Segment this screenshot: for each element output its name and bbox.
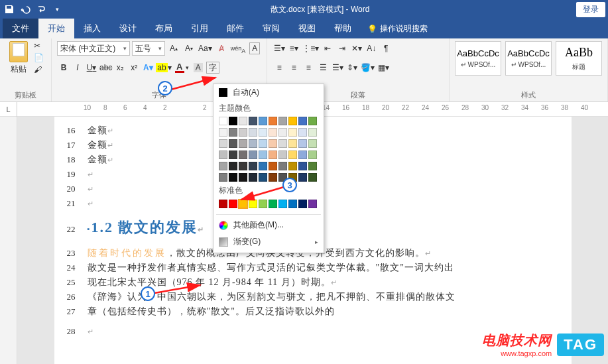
color-swatch[interactable] <box>219 117 227 125</box>
increase-indent-button[interactable]: ⇥ <box>335 41 349 56</box>
style-2[interactable]: AaBbCcDc↵ WPSOf... <box>505 41 552 76</box>
color-swatch[interactable] <box>219 200 227 208</box>
repeat-icon[interactable] <box>34 3 48 16</box>
color-swatch[interactable] <box>269 162 277 170</box>
color-swatch[interactable] <box>278 139 287 148</box>
color-swatch[interactable] <box>269 151 277 159</box>
tab-layout[interactable]: 布局 <box>146 19 182 38</box>
enclose-char-button[interactable]: 字 <box>206 60 220 75</box>
color-swatch[interactable] <box>249 128 257 137</box>
tab-review[interactable]: 审阅 <box>253 19 289 38</box>
align-center-button[interactable]: ≡ <box>287 60 300 75</box>
color-swatch[interactable] <box>239 151 247 159</box>
color-swatch[interactable] <box>249 151 257 159</box>
color-swatch[interactable] <box>229 151 237 159</box>
color-swatch[interactable] <box>269 128 277 137</box>
text-effects-button[interactable]: A▾ <box>141 60 154 75</box>
strikethrough-button[interactable]: abc <box>99 60 113 75</box>
char-shading-button[interactable]: A <box>192 60 205 75</box>
color-swatch[interactable] <box>259 128 267 137</box>
line-spacing-button[interactable]: ⇕▾ <box>345 60 359 75</box>
style-3[interactable]: AaBb标题 <box>556 41 602 76</box>
color-swatch[interactable] <box>308 117 317 125</box>
color-swatch[interactable] <box>298 128 307 137</box>
sort-button[interactable]: A↓ <box>365 41 378 56</box>
color-swatch[interactable] <box>249 139 257 148</box>
color-swatch[interactable] <box>269 117 277 125</box>
color-swatch[interactable] <box>308 200 317 208</box>
color-swatch[interactable] <box>288 139 297 148</box>
vertical-ruler[interactable] <box>0 117 17 364</box>
color-swatch[interactable] <box>259 151 267 159</box>
tab-insert[interactable]: 插入 <box>74 19 110 38</box>
color-swatch[interactable] <box>278 151 287 159</box>
color-swatch[interactable] <box>298 151 307 159</box>
borders-button[interactable]: ▦▾ <box>377 60 390 75</box>
gradient-item[interactable]: 渐变(G) ▸ <box>213 233 324 250</box>
color-swatch[interactable] <box>249 162 257 170</box>
color-swatch[interactable] <box>269 200 277 208</box>
tab-file[interactable]: 文件 <box>3 19 38 38</box>
color-swatch[interactable] <box>249 173 257 182</box>
align-left-button[interactable]: ≡ <box>273 60 286 75</box>
color-swatch[interactable] <box>278 162 287 170</box>
font-name-combo[interactable]: 宋体 (中文正文)▾ <box>57 41 130 56</box>
color-swatch[interactable] <box>229 162 237 170</box>
justify-button[interactable]: ☰ <box>316 60 330 75</box>
color-swatch[interactable] <box>219 162 227 170</box>
qat-dropdown-icon[interactable]: ▾ <box>50 3 64 16</box>
font-size-combo[interactable]: 五号▾ <box>132 41 165 56</box>
color-swatch[interactable] <box>239 173 247 182</box>
color-swatch[interactable] <box>259 200 267 208</box>
clear-format-button[interactable]: A̷ <box>215 41 228 56</box>
color-swatch[interactable] <box>308 139 317 148</box>
color-swatch[interactable] <box>239 117 247 125</box>
color-swatch[interactable] <box>229 200 237 208</box>
login-button[interactable]: 登录 <box>576 2 605 17</box>
color-swatch[interactable] <box>288 117 297 125</box>
highlight-button[interactable]: ab▾ <box>155 60 172 75</box>
paste-button[interactable]: 粘贴 <box>5 41 31 75</box>
color-swatch[interactable] <box>249 117 257 125</box>
shrink-font-button[interactable]: A▾ <box>182 41 196 56</box>
style-1[interactable]: AaBbCcDc↵ WPSOf... <box>455 41 501 76</box>
tell-me-search[interactable]: 💡 操作说明搜索 <box>361 19 434 38</box>
undo-icon[interactable] <box>19 3 32 16</box>
color-swatch[interactable] <box>239 200 247 208</box>
save-icon[interactable] <box>3 3 16 16</box>
color-swatch[interactable] <box>288 200 297 208</box>
color-swatch[interactable] <box>259 173 267 182</box>
tab-help[interactable]: 帮助 <box>325 19 361 38</box>
distribute-button[interactable]: ☰▾ <box>331 60 344 75</box>
color-swatch[interactable] <box>229 139 237 148</box>
change-case-button[interactable]: Aa▾ <box>198 41 213 56</box>
shading-button[interactable]: 🪣▾ <box>360 60 375 75</box>
phonetic-guide-button[interactable]: wénA <box>230 41 247 56</box>
color-swatch[interactable] <box>288 151 297 159</box>
color-swatch[interactable] <box>219 128 227 137</box>
color-swatch[interactable] <box>298 200 307 208</box>
color-swatch[interactable] <box>239 139 247 148</box>
show-marks-button[interactable]: ¶ <box>379 41 393 56</box>
font-color-button[interactable]: A ▾ <box>173 60 191 75</box>
underline-button[interactable]: U▾ <box>85 60 98 75</box>
auto-color-item[interactable]: 自动(A) <box>213 84 324 101</box>
tab-mailings[interactable]: 邮件 <box>217 19 253 38</box>
color-swatch[interactable] <box>239 128 247 137</box>
color-swatch[interactable] <box>288 128 297 137</box>
color-swatch[interactable] <box>229 173 237 182</box>
color-swatch[interactable] <box>269 139 277 148</box>
tab-view[interactable]: 视图 <box>289 19 325 38</box>
color-swatch[interactable] <box>259 139 267 148</box>
asian-layout-button[interactable]: ✕▾ <box>350 41 363 56</box>
bold-button[interactable]: B <box>57 60 70 75</box>
color-swatch[interactable] <box>259 117 267 125</box>
superscript-button[interactable]: x² <box>127 60 141 75</box>
color-swatch[interactable] <box>219 139 227 148</box>
char-border-button[interactable]: A <box>248 41 261 56</box>
color-swatch[interactable] <box>219 151 227 159</box>
italic-button[interactable]: I <box>71 60 84 75</box>
cut-icon[interactable]: ✂ <box>34 41 46 52</box>
subscript-button[interactable]: x₂ <box>113 60 127 75</box>
color-swatch[interactable] <box>308 128 317 137</box>
